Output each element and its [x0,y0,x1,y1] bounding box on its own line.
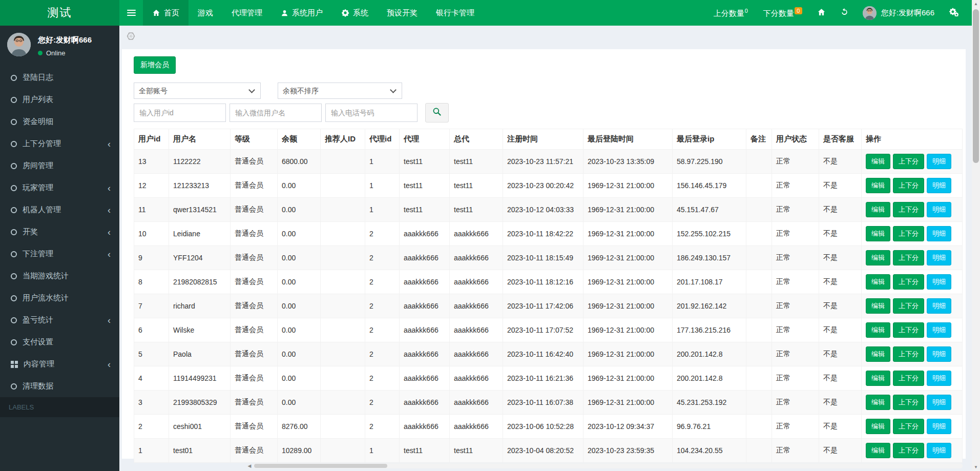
search-button[interactable] [425,103,449,122]
refresh-button[interactable] [833,8,856,18]
edit-button[interactable]: 编辑 [866,419,890,434]
sort-select-wrap: 余额不排序 [278,83,402,99]
table-row: 7 richard 普通会员 0.00 2 aaakkk666 aaakkk66… [134,294,963,318]
column-header: 总代 [450,129,503,150]
detail-button[interactable]: 明细 [927,322,951,338]
updown-button[interactable]: 上下分 [893,226,924,241]
sidebar-item-13[interactable]: 内容管理‹ [0,353,119,375]
scroll-left-arrow-icon[interactable]: ◀ [246,463,253,468]
sidebar-toggle-button[interactable] [119,0,143,26]
app-logo[interactable]: 测试 [0,0,119,26]
table-header-row: 用户id用户名等级余额推荐人ID代理id代理总代注册时间最后登陆时间最后登录ip… [134,129,963,150]
updown-button[interactable]: 上下分 [893,346,924,362]
sidebar-item-5[interactable]: 玩家管理‹ [0,177,119,199]
detail-button[interactable]: 明细 [927,250,951,265]
table-row: 6 Wilske 普通会员 0.00 2 aaakkk666 aaakkk666… [134,318,963,342]
updown-button[interactable]: 上下分 [893,395,924,410]
balance-sort-select[interactable]: 余额不排序 [278,83,402,99]
scroll-up-arrow-icon[interactable]: ▲ [972,0,980,8]
row-actions: 编辑上下分明细 [862,246,963,270]
column-header: 代理 [400,129,450,150]
detail-button[interactable]: 明细 [927,226,951,241]
sidebar-item-9[interactable]: 当期游戏统计 [0,265,119,287]
updown-button[interactable]: 上下分 [893,154,924,169]
nav-item-2[interactable]: 代理管理 [222,0,272,26]
detail-button[interactable]: 明细 [927,395,951,410]
detail-button[interactable]: 明细 [927,346,951,362]
updown-button[interactable]: 上下分 [893,419,924,434]
detail-button[interactable]: 明细 [927,298,951,314]
add-member-button[interactable]: 新增会员 [134,56,176,74]
sidebar-item-11[interactable]: 盈亏统计‹ [0,309,119,331]
updown-button[interactable]: 上下分 [893,298,924,314]
sidebar-item-1[interactable]: 用户列表 [0,89,119,111]
sidebar-item-12[interactable]: 支付设置 [0,331,119,353]
nav-item-0[interactable]: 首页 [143,0,189,26]
vertical-scrollbar[interactable]: ▲ ▼ [972,0,980,471]
edit-button[interactable]: 编辑 [866,322,890,338]
horizontal-scroll-track[interactable] [253,463,963,468]
horizontal-scroll-thumb[interactable] [254,464,387,468]
horizontal-scrollbar[interactable]: ◀ [246,462,963,469]
edit-button[interactable]: 编辑 [866,371,890,386]
sidebar-item-4[interactable]: 房间管理 [0,155,119,177]
sidebar-item-0[interactable]: 登陆日志 [0,67,119,89]
down-score-link[interactable]: 下分数量0 [756,7,810,18]
nav-item-4[interactable]: 系统 [332,0,378,26]
row-actions: 编辑上下分明细 [862,294,963,318]
updown-button[interactable]: 上下分 [893,202,924,217]
settings-button[interactable] [941,7,966,18]
vertical-scroll-thumb[interactable] [973,9,979,163]
updown-button[interactable]: 上下分 [893,443,924,458]
edit-button[interactable]: 编辑 [866,395,890,410]
up-score-link[interactable]: 上分数量0 [706,8,756,18]
column-header: 余额 [278,129,321,150]
detail-button[interactable]: 明细 [927,178,951,193]
detail-button[interactable]: 明细 [927,371,951,386]
row-actions: 编辑上下分明细 [862,198,963,222]
nav-item-1[interactable]: 游戏 [189,0,222,26]
updown-button[interactable]: 上下分 [893,322,924,338]
edit-button[interactable]: 编辑 [866,298,890,314]
edit-button[interactable]: 编辑 [866,250,890,265]
home-shortcut-button[interactable] [810,8,833,18]
edit-button[interactable]: 编辑 [866,154,890,169]
scroll-down-arrow-icon[interactable]: ▼ [972,463,980,471]
sidebar-item-2[interactable]: 资金明细 [0,111,119,133]
edit-button[interactable]: 编辑 [866,202,890,217]
sidebar-item-7[interactable]: 开奖‹ [0,221,119,243]
updown-button[interactable]: 上下分 [893,274,924,290]
updown-button[interactable]: 上下分 [893,178,924,193]
updown-button[interactable]: 上下分 [893,371,924,386]
sidebar-item-label: 房间管理 [23,161,53,171]
sidebar-item-3[interactable]: 上下分管理‹ [0,133,119,155]
table-row: 2 ceshi001 普通会员 8276.00 2 aaakkk666 aaak… [134,415,963,439]
phone-input[interactable] [325,104,418,122]
sidebar-item-6[interactable]: 机器人管理‹ [0,199,119,221]
wechat-name-input[interactable] [230,104,322,122]
userid-input[interactable] [134,104,226,122]
updown-button[interactable]: 上下分 [893,250,924,265]
edit-button[interactable]: 编辑 [866,178,890,193]
sidebar-item-8[interactable]: 下注管理‹ [0,243,119,265]
detail-button[interactable]: 明细 [927,443,951,458]
detail-button[interactable]: 明细 [927,274,951,290]
nav-item-3[interactable]: 系统用户 [272,0,332,26]
edit-button[interactable]: 编辑 [866,443,890,458]
column-header: 推荐人ID [321,129,365,150]
edit-button[interactable]: 编辑 [866,226,890,241]
nav-item-6[interactable]: 银行卡管理 [427,0,484,26]
sidebar-item-10[interactable]: 用户流水统计 [0,287,119,309]
user-menu[interactable]: 您好:发财啊666 [856,6,941,20]
detail-button[interactable]: 明细 [927,202,951,217]
online-status[interactable]: Online [38,49,112,57]
edit-button[interactable]: 编辑 [866,346,890,362]
detail-button[interactable]: 明细 [927,419,951,434]
edit-button[interactable]: 编辑 [866,274,890,290]
refresh-icon [840,8,849,18]
sidebar-item-14[interactable]: 清理数据 [0,375,119,397]
chevron-left-icon: ‹ [108,250,111,259]
account-type-select[interactable]: 全部账号 [134,83,261,99]
detail-button[interactable]: 明细 [927,154,951,169]
nav-item-5[interactable]: 预设开奖 [378,0,427,26]
